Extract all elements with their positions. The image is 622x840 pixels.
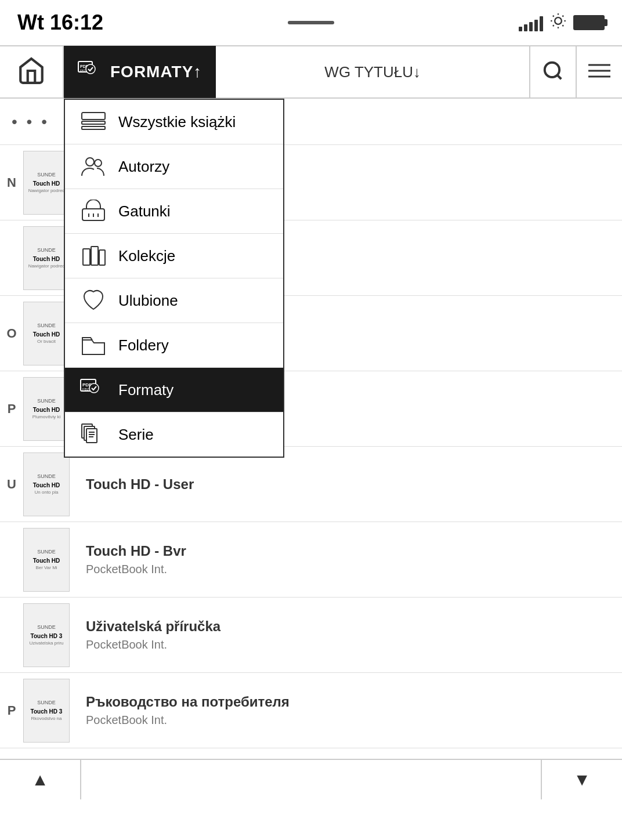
sort-label: WG TYTUŁU (324, 63, 413, 81)
svg-rect-36 (86, 429, 97, 443)
svg-text:FB2: FB2 (82, 388, 89, 391)
search-icon (542, 60, 564, 84)
series-icon (79, 423, 108, 446)
menu-item-label: Ulubione (118, 292, 178, 310)
menu-item-collections[interactable]: Kolekcje (65, 234, 283, 278)
dropdown-menu: Wszystkie książki Autorzy (64, 99, 284, 458)
svg-text:FB2: FB2 (80, 69, 85, 73)
menu-item-formats[interactable]: PDF FB2 Formaty (65, 368, 283, 412)
formats-icon: PDF FB2 (78, 61, 103, 83)
svg-point-0 (555, 17, 562, 24)
svg-rect-19 (82, 121, 105, 124)
sort-arrow: ↓ (413, 63, 421, 81)
status-time: Wt 16:12 (17, 10, 103, 35)
menu-item-series[interactable]: Serie (65, 412, 283, 457)
svg-line-4 (562, 25, 563, 26)
menu-item-all-books[interactable]: Wszystkie książki (65, 100, 283, 144)
svg-line-7 (553, 25, 554, 26)
hamburger-icon (588, 62, 610, 82)
svg-rect-29 (99, 250, 105, 265)
home-button[interactable] (0, 46, 64, 98)
status-right (519, 13, 605, 33)
svg-rect-27 (83, 249, 90, 265)
menu-item-genres[interactable]: Gatunki (65, 189, 283, 234)
svg-line-8 (562, 15, 563, 16)
svg-line-14 (557, 75, 561, 79)
menu-item-label: Wszystkie książki (118, 113, 236, 131)
menu-item-authors[interactable]: Autorzy (65, 144, 283, 189)
signal-icon (519, 14, 543, 31)
genres-icon (79, 200, 108, 223)
formats-label: FORMATY↑ (110, 63, 202, 81)
menu-item-label: Serie (118, 426, 154, 444)
dropdown-overlay: Wszystkie książki Autorzy (0, 99, 622, 799)
formats-button[interactable]: PDF FB2 FORMATY↑ (64, 46, 216, 98)
status-center (288, 21, 334, 24)
menu-item-label: Formaty (118, 381, 173, 399)
svg-rect-28 (91, 247, 98, 265)
top-nav: PDF FB2 FORMATY↑ WG TYTUŁU ↓ (0, 46, 622, 99)
search-button[interactable] (529, 46, 576, 98)
svg-rect-20 (82, 126, 105, 129)
sort-button[interactable]: WG TYTUŁU ↓ (216, 46, 529, 98)
menu-item-favorites[interactable]: Ulubione (65, 278, 283, 323)
svg-point-33 (89, 383, 99, 393)
authors-icon (79, 155, 108, 178)
status-dash (288, 21, 334, 24)
brightness-icon (550, 13, 566, 33)
menu-item-label: Kolekcje (118, 247, 175, 265)
svg-rect-18 (82, 113, 105, 120)
collections-icon (79, 244, 108, 267)
home-icon (17, 56, 46, 88)
battery-icon (573, 15, 605, 30)
svg-line-3 (553, 15, 554, 16)
formats-menu-icon: PDF FB2 (79, 378, 108, 401)
svg-point-13 (545, 63, 559, 77)
svg-point-12 (86, 64, 95, 74)
menu-item-label: Gatunki (118, 202, 171, 220)
status-bar: Wt 16:12 (0, 0, 622, 46)
main-content: • • • N SUNDE Touch HD Nawigator podrec … (0, 99, 622, 799)
menu-item-label: Foldery (118, 336, 169, 354)
menu-button[interactable] (576, 46, 622, 98)
svg-point-22 (95, 160, 102, 166)
menu-item-label: Autorzy (118, 158, 169, 176)
menu-item-folders[interactable]: Foldery (65, 323, 283, 368)
favorites-icon (79, 289, 108, 312)
all-books-icon (79, 110, 108, 133)
svg-point-21 (86, 158, 94, 166)
folders-icon (79, 334, 108, 357)
